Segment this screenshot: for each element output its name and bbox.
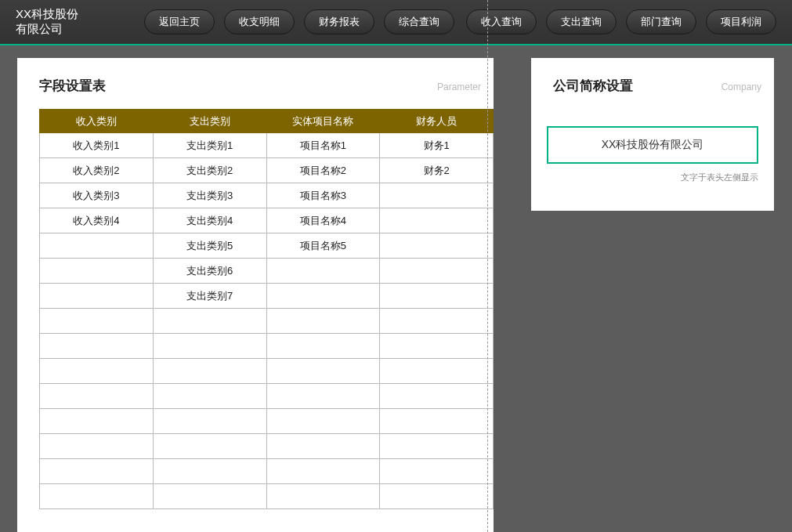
company-hint: 文字于表头左侧显示 [547, 172, 758, 183]
table-cell[interactable] [40, 459, 154, 484]
table-row [40, 459, 494, 484]
right-panel-subtitle: Company [721, 81, 761, 92]
table-cell[interactable]: 项目名称1 [266, 133, 380, 158]
table-cell[interactable]: 财务2 [380, 158, 494, 183]
table-cell[interactable] [266, 334, 380, 359]
table-cell[interactable] [153, 459, 266, 484]
left-panel-subtitle: Parameter [437, 81, 481, 92]
table-cell[interactable] [380, 334, 494, 359]
table-cell[interactable]: 项目名称3 [266, 183, 380, 208]
table-cell[interactable] [380, 309, 494, 334]
nav-query-button[interactable]: 综合查询 [384, 9, 454, 34]
table-cell[interactable]: 支出类别7 [153, 284, 266, 309]
table-cell[interactable] [40, 284, 154, 309]
table-cell[interactable] [266, 409, 380, 434]
table-cell[interactable] [40, 484, 154, 509]
table-row [40, 484, 494, 509]
table-cell[interactable] [380, 434, 494, 459]
col-project-name: 实体项目名称 [266, 110, 380, 133]
table-cell[interactable] [40, 359, 154, 384]
col-expense-type: 支出类别 [153, 110, 266, 133]
table-cell[interactable] [153, 384, 266, 409]
table-cell[interactable] [153, 359, 266, 384]
table-cell[interactable] [266, 284, 380, 309]
table-cell[interactable]: 支出类别2 [153, 158, 266, 183]
table-cell[interactable] [266, 384, 380, 409]
table-row: 支出类别6 [40, 259, 494, 284]
table-cell[interactable]: 支出类别1 [153, 133, 266, 158]
company-name-input[interactable] [547, 126, 758, 164]
table-cell[interactable] [40, 384, 154, 409]
nav-report-button[interactable]: 财务报表 [304, 9, 374, 34]
col-income-type: 收入类别 [40, 110, 154, 133]
table-cell[interactable]: 支出类别4 [153, 208, 266, 233]
nav-dept-button[interactable]: 部门查询 [626, 9, 696, 34]
table-cell[interactable] [266, 434, 380, 459]
content-area: 字段设置表 Parameter 收入类别 支出类别 实体项目名称 财务人员 收入… [0, 45, 792, 532]
table-cell[interactable] [380, 259, 494, 284]
table-row [40, 359, 494, 384]
table-cell[interactable]: 支出类别6 [153, 259, 266, 284]
company-name-panel: 公司简称设置 Company 文字于表头左侧显示 [531, 58, 774, 211]
table-row [40, 384, 494, 409]
vertical-divider [487, 0, 488, 532]
table-cell[interactable]: 项目名称5 [266, 233, 380, 259]
col-staff: 财务人员 [380, 110, 494, 133]
table-cell[interactable] [380, 384, 494, 409]
company-input-wrap [547, 126, 758, 164]
nav-details-button[interactable]: 收支明细 [224, 9, 295, 34]
nav-home-button[interactable]: 返回主页 [144, 9, 215, 34]
table-cell[interactable]: 项目名称4 [266, 208, 380, 233]
table-row [40, 334, 494, 359]
table-cell[interactable] [40, 409, 154, 434]
table-cell[interactable] [266, 309, 380, 334]
table-row: 收入类别2支出类别2项目名称2财务2 [40, 158, 494, 183]
table-cell[interactable] [153, 334, 266, 359]
table-cell[interactable]: 财务1 [380, 133, 494, 158]
table-cell[interactable] [40, 259, 154, 284]
table-row: 支出类别5项目名称5 [40, 233, 494, 259]
table-cell[interactable] [380, 359, 494, 384]
table-cell[interactable] [40, 434, 154, 459]
table-cell[interactable]: 收入类别2 [40, 158, 154, 183]
field-settings-panel: 字段设置表 Parameter 收入类别 支出类别 实体项目名称 财务人员 收入… [17, 58, 494, 532]
table-cell[interactable]: 收入类别3 [40, 183, 154, 208]
table-row [40, 409, 494, 434]
topbar: XX科技股份有限公司 返回主页 收支明细 财务报表 综合查询 收入查询 支出查询… [0, 0, 792, 45]
nav-group-2: 收入查询 支出查询 部门查询 项目利润 [466, 9, 776, 34]
table-cell[interactable] [266, 459, 380, 484]
table-cell[interactable] [380, 409, 494, 434]
table-cell[interactable] [380, 233, 494, 259]
table-row: 支出类别7 [40, 284, 494, 309]
table-cell[interactable] [153, 434, 266, 459]
table-cell[interactable] [380, 284, 494, 309]
table-cell[interactable] [266, 484, 380, 509]
field-settings-table: 收入类别 支出类别 实体项目名称 财务人员 收入类别1支出类别1项目名称1财务1… [39, 109, 494, 509]
nav-group-1: 返回主页 收支明细 财务报表 综合查询 [144, 9, 454, 34]
nav-income-button[interactable]: 收入查询 [466, 9, 537, 34]
table-cell[interactable] [380, 208, 494, 233]
table-cell[interactable] [153, 409, 266, 434]
table-cell[interactable] [380, 183, 494, 208]
table-cell[interactable]: 收入类别4 [40, 208, 154, 233]
table-header-row: 收入类别 支出类别 实体项目名称 财务人员 [40, 110, 494, 133]
table-cell[interactable] [153, 309, 266, 334]
table-cell[interactable] [266, 359, 380, 384]
table-cell[interactable] [40, 233, 154, 259]
table-row: 收入类别1支出类别1项目名称1财务1 [40, 133, 494, 158]
table-cell[interactable] [380, 459, 494, 484]
nav-project-button[interactable]: 项目利润 [706, 9, 776, 34]
table-cell[interactable] [153, 484, 266, 509]
table-cell[interactable]: 收入类别1 [40, 133, 154, 158]
table-cell[interactable] [266, 259, 380, 284]
table-cell[interactable]: 支出类别3 [153, 183, 266, 208]
table-row [40, 434, 494, 459]
table-cell[interactable] [40, 334, 154, 359]
table-cell[interactable] [380, 484, 494, 509]
table-cell[interactable]: 项目名称2 [266, 158, 380, 183]
left-panel-title: 字段设置表 [17, 77, 494, 95]
table-cell[interactable]: 支出类别5 [153, 233, 266, 259]
nav-expense-button[interactable]: 支出查询 [546, 9, 617, 34]
table-row: 收入类别3支出类别3项目名称3 [40, 183, 494, 208]
table-cell[interactable] [40, 309, 154, 334]
